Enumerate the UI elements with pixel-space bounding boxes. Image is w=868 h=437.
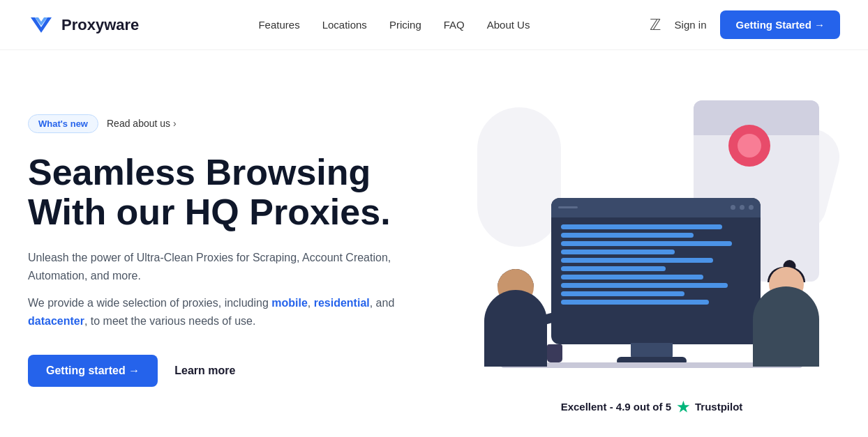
monitor-bar: [551, 198, 761, 217]
nav-pricing[interactable]: Pricing: [389, 19, 421, 31]
nav-about[interactable]: About Us: [487, 19, 530, 31]
monitor-dot-2: [740, 205, 744, 210]
brand-name: Proxyware: [61, 16, 139, 34]
hero-buttons: Getting started → Learn more: [28, 355, 419, 387]
sign-in-button[interactable]: Sign in: [675, 19, 707, 31]
hero-right: Excellent - 4.9 out of 5 ★ Trustpilot: [463, 86, 840, 415]
code-line-6: [561, 266, 666, 271]
datacenter-link[interactable]: datacenter: [28, 315, 84, 327]
monitor-dot-3: [749, 205, 754, 210]
hero-desc1: Unleash the power of Ultra-Clean Proxies…: [28, 249, 419, 284]
translate-icon[interactable]: ℤ: [650, 16, 661, 34]
trustpilot-bar: Excellent - 4.9 out of 5 ★ Trustpilot: [561, 399, 743, 415]
nav-features[interactable]: Features: [258, 19, 299, 31]
hero-section: What's new Read about us › Seamless Brow…: [0, 50, 868, 437]
logo-link[interactable]: Proxyware: [28, 12, 139, 38]
code-line-4: [561, 250, 675, 254]
trustpilot-logo: Trustpilot: [695, 401, 742, 413]
navbar: Proxyware Features Locations Pricing FAQ…: [0, 0, 868, 50]
whats-new-bar: What's new Read about us ›: [28, 114, 419, 133]
code-line-9: [561, 291, 684, 296]
whats-new-badge: What's new: [28, 114, 98, 133]
residential-link[interactable]: residential: [314, 297, 370, 309]
code-line-1: [561, 224, 722, 229]
getting-started-nav-button[interactable]: Getting Started →: [720, 10, 840, 39]
coffee-cup: [547, 344, 562, 362]
hero-desc2: We provide a wide selection of proxies, …: [28, 294, 419, 330]
learn-more-button[interactable]: Learn more: [174, 365, 235, 377]
nav-locations[interactable]: Locations: [322, 19, 367, 31]
desc2-middle: ,: [308, 297, 314, 309]
logo-icon: [28, 12, 54, 38]
code-line-8: [561, 283, 728, 288]
desc2-suffix: , to meet the various needs of use.: [84, 315, 255, 327]
code-line-3: [561, 241, 732, 246]
illustration: [463, 86, 840, 393]
hero-title-line2: With our HQ Proxies.: [28, 192, 391, 232]
hero-title-line1: Seamless Browsing: [28, 152, 371, 192]
monitor: [551, 198, 761, 344]
chevron-right-icon: ›: [173, 118, 177, 129]
monitor-screen: [551, 217, 761, 344]
code-line-5: [561, 258, 713, 263]
desc2-prefix: We provide a wide selection of proxies, …: [28, 297, 271, 309]
hero-title: Seamless Browsing With our HQ Proxies.: [28, 153, 419, 232]
deco-shape-left: [477, 107, 561, 247]
window-circle-inner: [738, 134, 761, 158]
nav-links: Features Locations Pricing FAQ About Us: [258, 19, 530, 31]
hero-left: What's new Read about us › Seamless Brow…: [28, 114, 419, 388]
trustpilot-star-icon: ★: [677, 399, 689, 415]
person-left-body: [484, 290, 547, 367]
nav-faq[interactable]: FAQ: [444, 19, 465, 31]
trustpilot-text: Excellent - 4.9 out of 5: [561, 401, 671, 413]
monitor-stand: [631, 343, 673, 358]
read-about-text: Read about us: [107, 118, 170, 129]
getting-started-hero-button[interactable]: Getting started →: [28, 355, 158, 387]
monitor-dot-1: [731, 205, 735, 210]
mobile-link[interactable]: mobile: [271, 297, 308, 309]
person-left: [484, 290, 547, 367]
person-right-body: [753, 286, 819, 367]
person-right: [753, 286, 819, 367]
desc2-middle2: , and: [370, 297, 395, 309]
nav-right: ℤ Sign in Getting Started →: [650, 10, 840, 39]
code-line-2: [561, 233, 694, 238]
monitor-bar-lines: [558, 206, 578, 208]
code-line-7: [561, 275, 703, 279]
code-line-10: [561, 300, 709, 305]
read-about-link[interactable]: Read about us ›: [107, 118, 177, 129]
